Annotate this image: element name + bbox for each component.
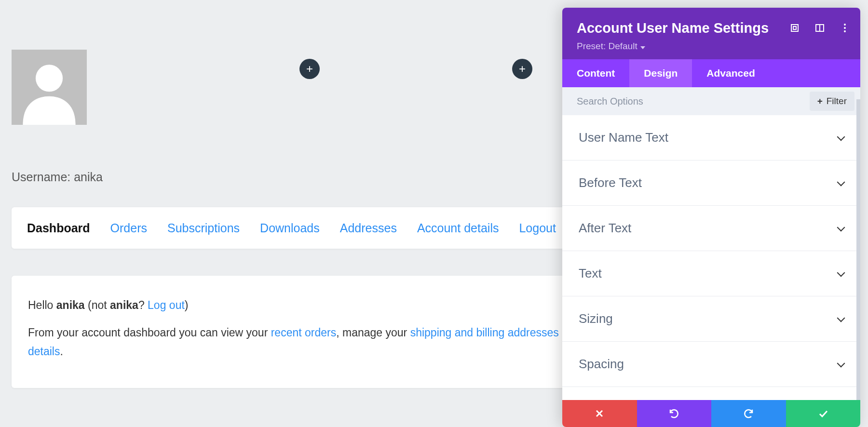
group-sizing[interactable]: Sizing <box>562 296 860 342</box>
check-icon <box>818 408 828 419</box>
group-text[interactable]: Text <box>562 251 860 296</box>
preset-label: Preset: Default <box>577 41 637 52</box>
panel-header-icons <box>789 22 851 34</box>
undo-button[interactable] <box>637 400 712 427</box>
group-label: After Text <box>579 221 631 236</box>
svg-point-8 <box>844 30 846 32</box>
chevron-down-icon <box>838 175 844 190</box>
greeting-not-user: anika <box>110 299 138 311</box>
tab-account-details[interactable]: Account details <box>417 221 499 235</box>
recent-orders-link[interactable]: recent orders <box>271 326 337 339</box>
group-label: User Name Text <box>579 130 668 145</box>
chevron-down-icon <box>838 221 844 236</box>
tab-subscriptions[interactable]: Subscriptions <box>167 221 240 235</box>
chevron-down-icon <box>838 266 844 281</box>
chevron-down-icon <box>838 130 844 145</box>
layout-icon[interactable] <box>814 22 826 34</box>
plus-icon: + <box>519 63 526 75</box>
panel-tab-design[interactable]: Design <box>629 59 692 87</box>
panel-header: Account User Name Settings Preset: Defau… <box>562 8 860 59</box>
cancel-button[interactable] <box>562 400 637 427</box>
svg-rect-3 <box>793 27 796 29</box>
logout-link[interactable]: Log out <box>148 299 185 311</box>
svg-point-6 <box>844 24 846 26</box>
group-label: Spacing <box>579 357 624 372</box>
panel-tabs: Content Design Advanced <box>562 59 860 87</box>
svg-point-1 <box>36 65 63 92</box>
panel-tab-advanced[interactable]: Advanced <box>692 59 769 87</box>
username-label: Username: <box>12 170 74 184</box>
caret-down-icon <box>640 41 645 52</box>
details-link[interactable]: details <box>28 345 60 358</box>
tab-logout[interactable]: Logout <box>519 221 556 235</box>
filter-label: Filter <box>827 96 847 107</box>
redo-button[interactable] <box>711 400 786 427</box>
panel-actions <box>562 400 860 427</box>
username-value: anika <box>74 170 103 184</box>
expand-icon[interactable] <box>789 22 800 34</box>
group-label: Before Text <box>579 175 642 190</box>
search-row: Filter <box>562 87 860 115</box>
undo-icon <box>668 408 680 419</box>
add-module-button-1[interactable]: + <box>299 59 320 79</box>
tab-addresses[interactable]: Addresses <box>340 221 397 235</box>
svg-point-7 <box>844 27 846 29</box>
chevron-down-icon <box>838 357 844 372</box>
chevron-down-icon <box>838 311 844 326</box>
panel-scrollbar[interactable] <box>856 99 860 400</box>
add-module-button-2[interactable]: + <box>512 59 532 79</box>
shipping-billing-link[interactable]: shipping and billing addresses <box>410 326 559 339</box>
group-user-name-text[interactable]: User Name Text <box>562 115 860 160</box>
svg-rect-2 <box>791 25 798 31</box>
settings-panel: Account User Name Settings Preset: Defau… <box>562 8 860 427</box>
group-label: Sizing <box>579 311 613 326</box>
group-spacing[interactable]: Spacing <box>562 342 860 387</box>
plus-icon: + <box>306 63 313 75</box>
plus-icon <box>817 96 823 107</box>
preset-selector[interactable]: Preset: Default <box>577 41 645 52</box>
save-button[interactable] <box>786 400 861 427</box>
search-options-input[interactable] <box>577 96 805 107</box>
redo-icon <box>743 408 754 419</box>
group-after-text[interactable]: After Text <box>562 206 860 251</box>
option-groups: User Name Text Before Text After Text Te… <box>562 115 860 400</box>
close-icon <box>595 409 604 418</box>
filter-button[interactable]: Filter <box>810 92 854 111</box>
group-label: Text <box>579 266 602 281</box>
tab-orders[interactable]: Orders <box>110 221 147 235</box>
tab-dashboard[interactable]: Dashboard <box>27 221 90 235</box>
avatar-placeholder-icon <box>12 50 87 125</box>
greeting-user: anika <box>56 299 85 311</box>
group-before-text[interactable]: Before Text <box>562 160 860 206</box>
panel-tab-content[interactable]: Content <box>562 59 629 87</box>
avatar <box>12 50 87 125</box>
username-text: Username: anika <box>12 170 103 184</box>
more-icon[interactable] <box>839 22 851 34</box>
tab-downloads[interactable]: Downloads <box>260 221 320 235</box>
